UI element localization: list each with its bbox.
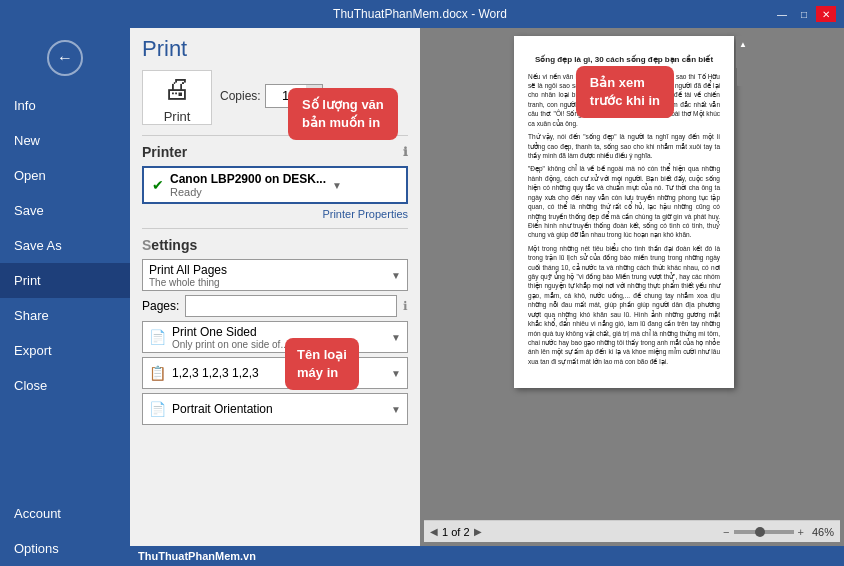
- sidebar-item-info[interactable]: Info: [0, 88, 130, 123]
- sidebar-item-saveas[interactable]: Save As: [0, 228, 130, 263]
- preview-scroll-up[interactable]: ▲: [736, 36, 750, 52]
- maximize-button[interactable]: □: [794, 6, 814, 22]
- prev-page-button[interactable]: ◀: [430, 526, 438, 537]
- sidebar-item-account[interactable]: Account: [0, 496, 130, 531]
- pages-input[interactable]: [190, 300, 392, 312]
- copies-label: Copies:: [220, 89, 261, 103]
- orientation-main: Portrait Orientation: [172, 402, 391, 416]
- current-page-display: 1 of 2: [442, 526, 470, 538]
- back-button[interactable]: ←: [47, 40, 83, 76]
- sidebar-item-export[interactable]: Export: [0, 333, 130, 368]
- title-bar-text: ThuThuatPhanMem.docx - Word: [68, 7, 772, 21]
- preview-para-3: "Đẹp" không chỉ là về bề ngoài mà nó còn…: [528, 164, 720, 239]
- printer-properties-link[interactable]: Printer Properties: [142, 208, 408, 220]
- print-button[interactable]: 🖨 Print: [163, 72, 191, 124]
- print-range-arrow: ▼: [391, 270, 401, 281]
- zoom-slider[interactable]: [734, 530, 794, 534]
- close-button[interactable]: ✕: [816, 6, 836, 22]
- printer-dropdown-arrow: ▼: [332, 180, 342, 191]
- sidebar-item-options[interactable]: Options: [0, 531, 130, 566]
- preview-nav-bar: ◀ 1 of 2 ▶ − + 46%: [424, 520, 840, 542]
- sidebar-item-open[interactable]: Open: [0, 158, 130, 193]
- pages-label: Pages:: [142, 299, 179, 313]
- sidebar-item-close[interactable]: Close: [0, 368, 130, 403]
- tooltip-preview: Bản xemtrước khi in: [576, 66, 674, 118]
- collate-select[interactable]: 📋 1,2,3 1,2,3 1,2,3 ▼: [142, 357, 408, 389]
- print-title: Print: [142, 36, 408, 62]
- sides-sub: Only print on one side of...: [172, 339, 289, 350]
- sidebar-item-new[interactable]: New: [0, 123, 130, 158]
- sides-select[interactable]: 📄 Print One Sided Only print on one side…: [142, 321, 408, 353]
- collate-arrow: ▼: [391, 368, 401, 379]
- tooltip-copies: Số lượng vănbản muốn in: [288, 88, 398, 140]
- sidebar-item-save[interactable]: Save: [0, 193, 130, 228]
- printer-info-icon: ℹ: [403, 145, 408, 159]
- zoom-thumb: [755, 527, 765, 537]
- sides-main: Print One Sided: [172, 325, 289, 339]
- zoom-in-button[interactable]: +: [798, 526, 804, 538]
- settings-title: Settings: [142, 237, 408, 253]
- printer-status: Ready: [170, 186, 326, 198]
- collate-icon: 📋: [149, 365, 166, 381]
- printer-name: Canon LBP2900 on DESK...: [170, 172, 326, 186]
- pages-info-icon: ℹ: [403, 299, 408, 313]
- preview-scrollbar-thumb[interactable]: [737, 56, 749, 86]
- watermark-bar: ThuThuatPhanMem.vn: [130, 546, 844, 566]
- watermark-text: ThuThuatPhanMem.vn: [138, 550, 256, 562]
- orientation-arrow: ▼: [391, 404, 401, 415]
- sides-arrow: ▼: [391, 332, 401, 343]
- preview-para-2: Thứ vậy, nói đến "sống đẹp" là người ta …: [528, 132, 720, 160]
- minimize-button[interactable]: —: [772, 6, 792, 22]
- printer-section-label: Printer: [142, 144, 187, 160]
- print-range-sub: The whole thing: [149, 277, 227, 288]
- preview-page-title: Sống đẹp là gì, 30 cách sống đẹp bạn cần…: [528, 54, 720, 66]
- print-range-select[interactable]: Print All Pages The whole thing ▼: [142, 259, 408, 291]
- sides-icon: 📄: [149, 329, 166, 345]
- orientation-icon: 📄: [149, 401, 166, 417]
- zoom-out-button[interactable]: −: [723, 526, 729, 538]
- printer-icon-box: 🖨 Print: [142, 70, 212, 125]
- print-range-main: Print All Pages: [149, 263, 227, 277]
- sidebar-menu: Info New Open Save Save As Print Share E…: [0, 88, 130, 496]
- orientation-select[interactable]: 📄 Portrait Orientation ▼: [142, 393, 408, 425]
- preview-para-4: Một trong những nét tiêu biểu cho tình t…: [528, 244, 720, 366]
- zoom-level: 46%: [812, 526, 834, 538]
- sidebar-item-print[interactable]: Print: [0, 263, 130, 298]
- sidebar-item-share[interactable]: Share: [0, 298, 130, 333]
- printer-check-icon: ✔: [152, 177, 164, 193]
- next-page-button[interactable]: ▶: [474, 526, 482, 537]
- printer-selector[interactable]: ✔ Canon LBP2900 on DESK... Ready ▼: [142, 166, 408, 204]
